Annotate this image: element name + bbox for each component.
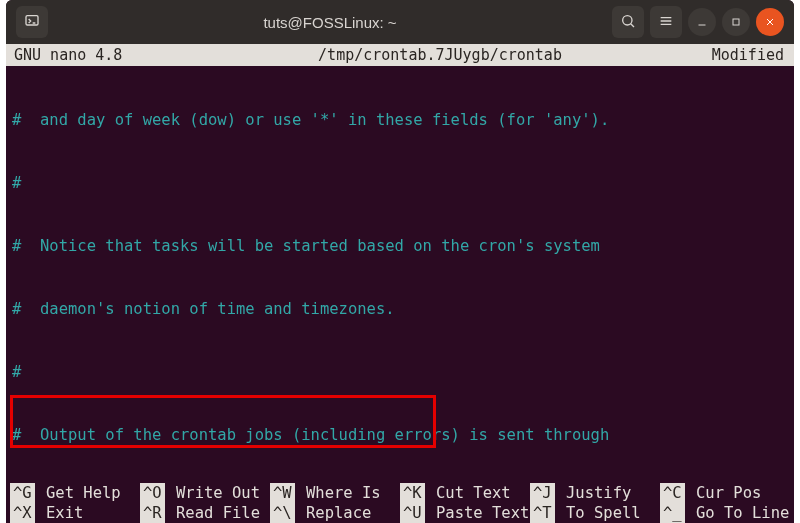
- comment-line: #: [12, 362, 788, 383]
- hamburger-icon: [658, 13, 674, 32]
- comment-line: # Output of the crontab jobs (including …: [12, 425, 788, 446]
- nano-app-name: GNU nano 4.8: [10, 46, 210, 64]
- search-icon: [620, 13, 636, 32]
- svg-rect-0: [26, 15, 38, 24]
- shortcut-where-is[interactable]: ^W Where Is: [270, 483, 400, 503]
- menu-button[interactable]: [650, 6, 682, 38]
- nano-header: GNU nano 4.8 /tmp/crontab.7JUygb/crontab…: [6, 44, 794, 66]
- shortcut-label: Justify: [557, 483, 632, 503]
- shortcut-label: Replace: [297, 503, 372, 523]
- shortcut-key: ^O: [140, 483, 165, 503]
- minimize-icon: [696, 14, 708, 31]
- shortcut-to-spell[interactable]: ^T To Spell: [530, 503, 660, 523]
- comment-line: # Notice that tasks will be started base…: [12, 236, 788, 257]
- new-tab-button[interactable]: [16, 6, 48, 38]
- shortcut-key: ^K: [400, 483, 425, 503]
- maximize-icon: [730, 14, 742, 31]
- shortcut-key: ^G: [10, 483, 35, 503]
- search-button[interactable]: [612, 6, 644, 38]
- shortcut-key: ^T: [530, 503, 555, 523]
- maximize-button[interactable]: [722, 8, 750, 36]
- shortcut-read-file[interactable]: ^R Read File: [140, 503, 270, 523]
- nano-file-path: /tmp/crontab.7JUygb/crontab: [210, 46, 670, 64]
- shortcut-key: ^\: [270, 503, 295, 523]
- shortcut-cut-text[interactable]: ^K Cut Text: [400, 483, 530, 503]
- close-button[interactable]: [756, 8, 784, 36]
- shortcut-row: ^G Get Help ^O Write Out ^W Where Is ^K …: [10, 483, 790, 503]
- svg-point-1: [623, 15, 632, 24]
- shortcut-label: Go To Line: [687, 503, 790, 523]
- shortcut-write-out[interactable]: ^O Write Out: [140, 483, 270, 503]
- shortcut-label: To Spell: [557, 503, 641, 523]
- terminal-plus-icon: [24, 13, 40, 32]
- titlebar: tuts@FOSSLinux: ~: [6, 0, 794, 44]
- shortcut-label: Get Help: [37, 483, 121, 503]
- shortcut-get-help[interactable]: ^G Get Help: [10, 483, 140, 503]
- shortcut-key: ^U: [400, 503, 425, 523]
- shortcut-label: Read File: [167, 503, 260, 523]
- minimize-button[interactable]: [688, 8, 716, 36]
- comment-line: # daemon's notion of time and timezones.: [12, 299, 788, 320]
- shortcut-label: Paste Text: [427, 503, 530, 523]
- shortcut-label: Exit: [37, 503, 84, 523]
- shortcut-paste-text[interactable]: ^U Paste Text: [400, 503, 530, 523]
- shortcut-key: ^X: [10, 503, 35, 523]
- nano-status: Modified: [670, 46, 790, 64]
- shortcut-justify[interactable]: ^J Justify: [530, 483, 660, 503]
- window-title: tuts@FOSSLinux: ~: [48, 14, 612, 31]
- shortcut-label: Cut Text: [427, 483, 511, 503]
- shortcut-label: Write Out: [167, 483, 260, 503]
- shortcut-label: Where Is: [297, 483, 381, 503]
- comment-line: # and day of week (dow) or use '*' in th…: [12, 110, 788, 131]
- shortcut-cur-pos[interactable]: ^C Cur Pos: [660, 483, 790, 503]
- shortcut-key: ^C: [660, 483, 685, 503]
- editor-area[interactable]: # and day of week (dow) or use '*' in th…: [6, 66, 794, 483]
- shortcut-go-to-line[interactable]: ^_ Go To Line: [660, 503, 790, 523]
- nano-shortcut-bar: ^G Get Help ^O Write Out ^W Where Is ^K …: [6, 483, 794, 523]
- shortcut-row: ^X Exit ^R Read File ^\ Replace ^U Paste…: [10, 503, 790, 523]
- shortcut-key: ^J: [530, 483, 555, 503]
- shortcut-key: ^W: [270, 483, 295, 503]
- terminal-window: tuts@FOSSLinux: ~: [6, 0, 794, 523]
- shortcut-replace[interactable]: ^\ Replace: [270, 503, 400, 523]
- shortcut-label: Cur Pos: [687, 483, 762, 503]
- shortcut-key: ^_: [660, 503, 685, 523]
- shortcut-key: ^R: [140, 503, 165, 523]
- svg-rect-2: [733, 19, 739, 25]
- close-icon: [764, 14, 776, 31]
- comment-line: #: [12, 173, 788, 194]
- shortcut-exit[interactable]: ^X Exit: [10, 503, 140, 523]
